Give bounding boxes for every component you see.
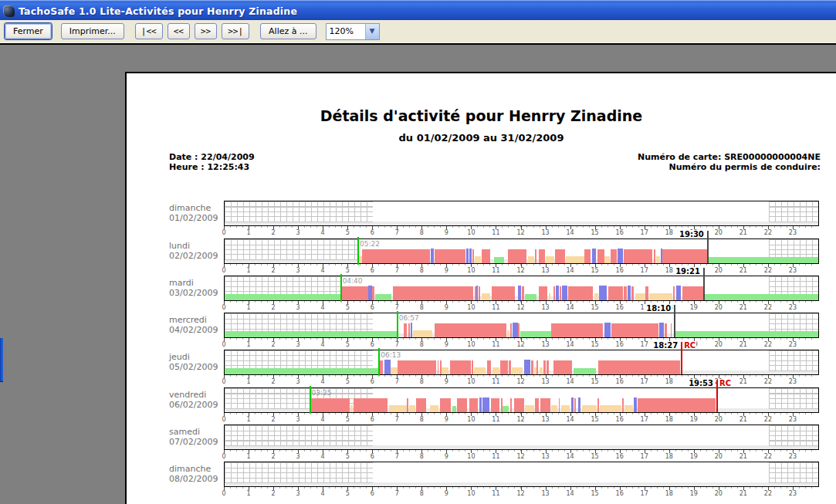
- axis-hour-label: 0: [216, 341, 232, 348]
- report-page: Détails d'activité pour Henrry Zinadine …: [125, 72, 836, 504]
- axis-hour-label: 16: [612, 267, 628, 274]
- activity-segment-drive: [450, 360, 471, 374]
- rc-flag: RC: [719, 379, 732, 387]
- axis-hour-label: 3: [290, 341, 306, 348]
- axis-hour-label: 4: [315, 416, 330, 423]
- axis-hour-label: 5: [340, 267, 355, 274]
- close-button[interactable]: Fermer: [5, 23, 52, 39]
- axis-hour-label: 14: [563, 304, 578, 311]
- activity-segment-drive: [479, 286, 480, 300]
- activity-segment-rest: [503, 406, 509, 412]
- axis-hour-label: 8: [414, 416, 429, 423]
- axis-hour-label: 9: [438, 490, 454, 497]
- axis-hour-label: 2: [266, 267, 281, 274]
- axis-hour-label: 12: [513, 267, 529, 274]
- axis-hour-label: 12: [513, 229, 529, 236]
- axis-hour-label: 12: [513, 341, 529, 348]
- axis-hour-label: 12: [513, 416, 529, 423]
- axis-hour-label: 9: [438, 267, 454, 274]
- axis-hour-label: 10: [463, 341, 479, 348]
- day-date: 06/02/2009: [169, 400, 218, 410]
- activity-segment-drive: [393, 286, 473, 300]
- axis-hour-label: 5: [340, 229, 355, 236]
- chevron-down-icon[interactable]: ▼: [365, 24, 379, 39]
- activity-segment-avail: [624, 405, 633, 412]
- activity-segment-avail: [442, 367, 448, 374]
- axis-hour-label: 3: [290, 416, 306, 423]
- activity-segment-avail: [475, 256, 481, 263]
- day-name: lundi: [169, 241, 218, 251]
- activity-segment-drive: [539, 249, 545, 263]
- axis-hour-label: 21: [736, 341, 751, 348]
- axis-hour-label: 4: [315, 267, 330, 274]
- activity-timeline: 06:5718:10: [224, 313, 819, 338]
- license-number: Numéro du permis de conduire:: [638, 162, 821, 172]
- axis-hour-label: 13: [538, 267, 553, 274]
- axis-hour-label: 12: [513, 304, 529, 311]
- activity-segment-drive: [440, 398, 451, 412]
- goto-button[interactable]: Allez à ...: [260, 23, 316, 39]
- axis-hour-label: 6: [364, 229, 380, 236]
- activity-segment-avail: [649, 293, 672, 300]
- axis-hour-label: 22: [760, 267, 776, 274]
- axis-hour-label: 20: [711, 453, 726, 460]
- activity-segment-work: [518, 286, 521, 300]
- shift-start-time: 06:57: [399, 314, 419, 322]
- axis-hour-label: 12: [513, 378, 529, 385]
- axis-hour-label: 4: [315, 453, 330, 460]
- report-time: Heure : 12:25:43: [169, 162, 255, 172]
- axis-hour-label: 10: [463, 378, 479, 385]
- axis-hour-label: 15: [587, 229, 603, 236]
- activity-segment-drive: [535, 398, 539, 412]
- activity-segment-drive: [354, 398, 388, 412]
- activity-segment-avail: [482, 293, 491, 300]
- activity-segment-avail: [656, 256, 660, 263]
- axis-hour-label: 5: [340, 453, 355, 460]
- axis-hour-label: 17: [637, 267, 652, 274]
- activity-segment-rest: [703, 294, 818, 300]
- print-button[interactable]: Imprimer...: [61, 23, 124, 39]
- activity-segment-work: [479, 397, 482, 412]
- zoom-value[interactable]: 120%: [327, 24, 365, 39]
- axis-hour-label: 22: [760, 416, 776, 423]
- first-page-button[interactable]: |<<: [135, 23, 163, 39]
- shift-start-marker: [397, 311, 398, 339]
- shift-start-marker: [378, 348, 380, 376]
- axis-hour-label: 14: [563, 229, 578, 236]
- axis-hour-label: 22: [760, 341, 776, 348]
- day-row-label: lundi02/02/2009: [169, 241, 218, 261]
- last-page-button[interactable]: >>|: [222, 23, 249, 39]
- activity-segment-drive: [372, 286, 374, 300]
- axis-hour-label: 13: [538, 453, 553, 460]
- axis-hour-label: 7: [389, 416, 404, 423]
- no-card-hatch: [225, 239, 357, 260]
- activity-segment-drive: [362, 249, 430, 263]
- activity-segment-drive: [624, 286, 626, 300]
- axis-hour-label: 15: [587, 341, 603, 348]
- activity-segment-work: [482, 397, 490, 412]
- axis-hour-label: 1: [241, 267, 256, 274]
- activity-segment-drive: [416, 398, 426, 412]
- left-edge-indicator: [0, 338, 3, 382]
- zoom-select[interactable]: 120% ▼: [326, 23, 380, 40]
- axis-hour-label: 8: [414, 378, 429, 385]
- axis-hour-label: 11: [488, 416, 503, 423]
- day-name: jeudi: [169, 352, 218, 362]
- activity-segment-avail: [549, 293, 550, 300]
- axis-hour-label: 17: [637, 453, 652, 460]
- axis-hour-label: 11: [488, 229, 503, 236]
- axis-hour-label: 7: [389, 304, 404, 311]
- axis-hour-label: 22: [760, 229, 776, 236]
- activity-timeline: 04:4019:21: [224, 276, 819, 301]
- day-date: 07/02/2009: [169, 437, 218, 447]
- day-row-label: dimanche08/02/2009: [169, 464, 218, 484]
- axis-hour-label: 23: [785, 416, 800, 423]
- axis-hour-label: 2: [266, 453, 281, 460]
- title-bar[interactable]: TachoSafe 1.0 Lite-Activités pour Henrry…: [0, 0, 836, 21]
- axis-hour-label: 14: [563, 378, 578, 385]
- document-area: Détails d'activité pour Henrry Zinadine …: [0, 45, 836, 504]
- next-page-button[interactable]: >>: [195, 23, 217, 39]
- prev-page-button[interactable]: <<: [168, 23, 190, 39]
- day-row-label: samedi07/02/2009: [169, 427, 218, 447]
- axis-hour-label: 14: [563, 267, 578, 274]
